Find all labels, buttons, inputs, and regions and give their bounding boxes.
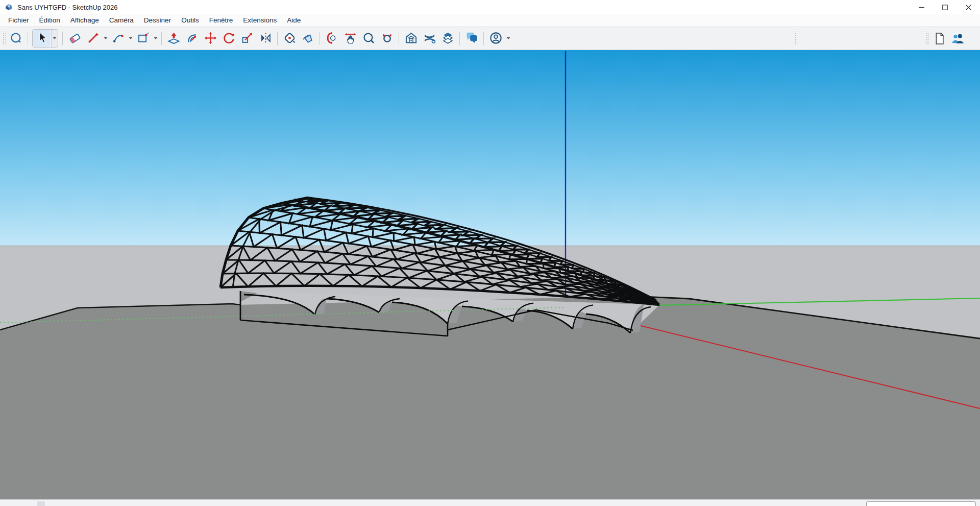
chevron-down-icon (154, 37, 158, 39)
collaborators-icon (951, 32, 965, 45)
shapes-dropdown-arrow[interactable] (152, 30, 159, 47)
move-tool-button[interactable] (202, 30, 219, 47)
menu-edition[interactable]: Édition (34, 15, 65, 26)
menu-fenetre[interactable]: Fenêtre (204, 15, 238, 26)
chevron-down-icon (506, 37, 510, 39)
model-scene (0, 50, 980, 499)
paint-bucket-icon (301, 31, 315, 45)
zoom-extents-tool-button[interactable] (378, 30, 396, 47)
new-document-icon (933, 32, 946, 45)
viewport-3d[interactable] (0, 50, 980, 499)
feedback-chat-icon (465, 31, 479, 45)
rotate-tool-button[interactable] (220, 30, 237, 47)
stacked-layers-icon (441, 31, 455, 45)
pan-tool-button[interactable] (341, 30, 359, 47)
status-bar (0, 499, 980, 506)
menu-fichier[interactable]: Fichier (3, 15, 34, 26)
maximize-icon (942, 5, 948, 10)
close-button[interactable] (957, 0, 980, 14)
menu-camera[interactable]: Caméra (104, 15, 139, 26)
scale-icon (240, 31, 254, 45)
orbit-icon (325, 31, 339, 45)
eraser-icon (68, 31, 82, 45)
zoom-extents-icon (380, 31, 394, 45)
sky (0, 50, 980, 246)
arcs-dropdown-arrow[interactable] (127, 30, 134, 47)
chevron-down-icon (53, 37, 57, 39)
toolbar-separator (320, 32, 320, 45)
move-icon (204, 31, 217, 45)
account-dropdown-arrow[interactable] (505, 30, 511, 47)
chevron-down-icon (104, 37, 108, 39)
sketchup-logo-icon (5, 3, 13, 12)
push-pull-tool-button[interactable] (165, 30, 182, 47)
collaborators-tool-button[interactable] (949, 30, 966, 47)
toolbar-grip[interactable] (794, 32, 797, 45)
window-controls (910, 0, 980, 14)
toolbar-grip[interactable] (2, 32, 6, 45)
flip-icon (259, 31, 273, 45)
terrain (0, 296, 980, 499)
tape-measure-tool-button[interactable] (281, 30, 298, 47)
shapes-tool-button[interactable] (134, 30, 152, 47)
orbit-tool-button[interactable] (323, 30, 340, 47)
toolbar-separator (161, 32, 162, 45)
stacked-layers-tool-button[interactable] (439, 30, 456, 47)
select-tool-group (32, 29, 58, 47)
toolbar-separator (483, 32, 484, 45)
select-dropdown-arrow[interactable] (51, 30, 58, 47)
push-pull-icon (167, 31, 181, 45)
offset-icon (185, 31, 199, 45)
select-tool-button[interactable] (33, 30, 51, 47)
close-icon (966, 5, 971, 10)
title-bar: Sans UYHTGFD - SketchUp 2026 (0, 0, 980, 14)
offset-tool-button[interactable] (183, 30, 201, 47)
measurements-box[interactable] (866, 501, 976, 506)
line-tool-button[interactable] (84, 30, 102, 47)
menu-aide[interactable]: Aide (282, 15, 306, 26)
scale-tool-button[interactable] (238, 30, 256, 47)
minimize-icon (919, 5, 924, 10)
zoom-icon (362, 31, 376, 45)
menu-dessiner[interactable]: Dessiner (139, 15, 176, 26)
arcs-tool-button[interactable] (109, 30, 127, 47)
window-title: Sans UYHTGFD - SketchUp 2026 (17, 4, 118, 11)
new-document-tool-button[interactable] (930, 30, 948, 47)
chevron-down-icon (129, 37, 133, 39)
toolbar-separator (277, 32, 278, 45)
search-sketchup-tool-button[interactable] (7, 30, 24, 47)
account-icon (489, 31, 503, 45)
menu-extensions[interactable]: Extensions (238, 15, 282, 26)
zoom-tool-button[interactable] (360, 30, 377, 47)
menu-bar: FichierÉditionAffichageCaméraDessinerOut… (0, 14, 980, 27)
toolbar-separator (62, 32, 63, 45)
line-dropdown-arrow[interactable] (102, 30, 109, 47)
toolbar-separator (459, 32, 460, 45)
line-icon (86, 31, 100, 45)
toolbar-separator (28, 32, 28, 45)
minimize-button[interactable] (910, 0, 933, 14)
feedback-chat-tool-button[interactable] (463, 30, 480, 47)
pan-icon (344, 31, 357, 45)
extension-warehouse-tool-button[interactable] (421, 30, 438, 47)
search-sketchup-icon (9, 31, 23, 45)
toolbar-grip[interactable] (925, 32, 929, 45)
flip-tool-button[interactable] (257, 30, 274, 47)
main-toolbar (0, 27, 980, 50)
arcs-icon (111, 31, 125, 45)
toolbar-separator (399, 32, 399, 45)
shapes-icon (136, 31, 150, 45)
3d-warehouse-icon (404, 31, 418, 45)
eraser-tool-button[interactable] (66, 30, 83, 47)
tape-measure-icon (283, 31, 297, 45)
menu-affichage[interactable]: Affichage (65, 15, 104, 26)
select-icon (35, 31, 49, 45)
3d-warehouse-tool-button[interactable] (402, 30, 420, 47)
status-help-icon[interactable] (37, 501, 45, 506)
maximize-button[interactable] (933, 0, 957, 14)
rotate-icon (222, 31, 236, 45)
menu-outils[interactable]: Outils (176, 15, 204, 26)
paint-bucket-tool-button[interactable] (299, 30, 316, 47)
account-tool-button[interactable] (487, 30, 504, 47)
extension-warehouse-icon (423, 31, 436, 45)
